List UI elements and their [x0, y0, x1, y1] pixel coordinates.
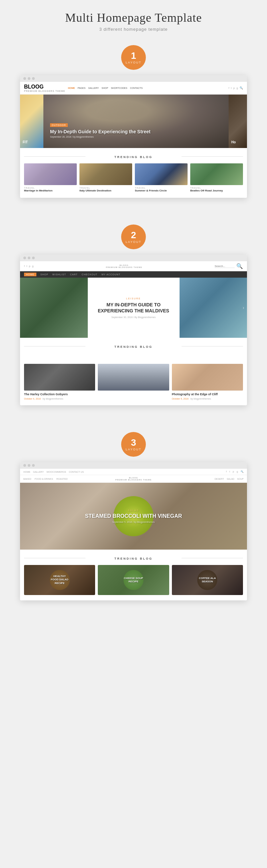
layout1-hero: OUTDOOR My In-Depth Guide to Experiencin…: [20, 95, 247, 148]
hero1-meta: September 28, 2016 / by blogpremthemes: [50, 136, 151, 138]
layout3-badge-text: LAYOUT: [126, 448, 141, 451]
nav2-g-icon[interactable]: g: [32, 265, 33, 268]
nav3-fb-icon[interactable]: f: [226, 470, 227, 473]
hero2-category: LEISURE: [126, 297, 141, 300]
trending1-header: TRENDING BLOG: [24, 153, 243, 159]
hero1-text: OUTDOOR My In-Depth Guide to Experiencin…: [50, 121, 151, 138]
trending1-cat-0: TRAVEL: [24, 187, 77, 189]
nav1-g-icon[interactable]: g: [237, 87, 238, 90]
trending1-cat-2: TRAVEL: [135, 187, 188, 189]
layout2-navbar-top: f t p g BLOOG PREMIUM BLOGGERS THEME 🔍: [20, 261, 247, 271]
nav3b-baked[interactable]: BAKED: [23, 478, 31, 480]
nav1-fb-icon[interactable]: f: [229, 87, 229, 90]
nav2b-myaccount[interactable]: MY ACCOUNT: [101, 273, 121, 276]
nav3b-soup[interactable]: SOUP: [237, 478, 244, 480]
nav3-gallery[interactable]: GALLERY: [33, 471, 44, 473]
nav2b-cart[interactable]: CART: [70, 273, 78, 276]
page-subtitle: 3 different homepage template: [7, 27, 260, 32]
dot3: [32, 77, 35, 80]
hero2-title: MY IN-DEPTH GUIDE TO EXPERIENCING THE MA…: [93, 302, 174, 314]
trending2-date-0[interactable]: October 4, 2016: [24, 398, 41, 400]
layout3-badge: 3 LAYOUT: [121, 432, 146, 457]
trending1-title-1: Italy Ultimate Destination: [79, 189, 132, 192]
trending1-item-0: TRAVEL Marriage in Meditarion: [24, 163, 77, 192]
layout1-browser: BLOOG PREMIUM BLOGGERS THEME HOME PAGES …: [20, 75, 247, 198]
nav3b-salad[interactable]: SALAD: [227, 478, 234, 480]
nav3-contact[interactable]: CONTACT US: [69, 471, 84, 473]
nav1-logo-text: BLOOG: [24, 84, 44, 90]
layout3-trending: TRENDING BLOG HEALTHYFOOD SALADRECIPE CH…: [20, 550, 247, 600]
nav2-pin-icon[interactable]: p: [29, 265, 30, 268]
dot7: [23, 464, 26, 467]
layout3-navbar-bottom: BAKED FOOD & DRINKS ROASTED BLOOG PREMIU…: [20, 475, 247, 483]
trending1-item-3: TRAVEL Beatles Off Road Journey: [190, 163, 243, 192]
layout3-hero: SALAD STEAMED BROCCOLI WITH VINEGAR Sept…: [20, 483, 247, 550]
nav3b-cats-left: BAKED FOOD & DRINKS ROASTED: [23, 478, 97, 480]
nav3-tw-icon[interactable]: t: [229, 470, 230, 473]
trending2-header: TRENDING BLOG: [24, 343, 243, 349]
nav1-gallery[interactable]: GALLERY: [88, 87, 99, 89]
nav3-home[interactable]: HOME: [23, 471, 30, 473]
nav1-pin-icon[interactable]: p: [233, 87, 235, 90]
nav1-tw-icon[interactable]: t: [231, 87, 232, 90]
trending3-img-2: COFFEE ALASEASON: [172, 565, 243, 595]
layout2-hero: LEISURE MY IN-DEPTH GUIDE TO EXPERIENCIN…: [20, 278, 247, 338]
trending2-date-2[interactable]: October 5, 2016: [172, 398, 189, 400]
trending3-header: TRENDING BLOG: [24, 555, 243, 561]
nav3-search-icon[interactable]: 🔍: [241, 470, 244, 473]
trending2-grid: The Harley Collection Gobyers October 4,…: [20, 359, 247, 405]
trending3-badge-text-2: COFFEE ALASEASON: [199, 577, 216, 584]
layout2-badge-text: LAYOUT: [126, 240, 141, 244]
nav3b-desert[interactable]: DESERT: [214, 478, 224, 480]
nav2-social-icons: f t p g: [24, 265, 33, 268]
trending1-item-1: TRAVEL Italy Ultimate Destination: [79, 163, 132, 192]
trending3-item-0: HEALTHYFOOD SALADRECIPE: [24, 565, 95, 595]
dot4: [23, 256, 26, 259]
trending3-grid: HEALTHYFOOD SALADRECIPE CHEESE SOUPRECIP…: [24, 565, 243, 595]
nav2-fb-icon[interactable]: f: [24, 265, 25, 268]
hero1-side-left: [20, 95, 43, 148]
layout2-navbar-bottom: HOME SHOP WISHLIST CART CHECKOUT MY ACCO…: [20, 271, 247, 278]
nav1-home[interactable]: HOME: [68, 87, 75, 89]
trending2-title-2: Photography at the Edge of Cliff: [172, 393, 243, 397]
nav3-g-icon[interactable]: g: [237, 470, 238, 473]
nav2b-wishlist[interactable]: WISHLIST: [53, 273, 66, 276]
nav2-tw-icon[interactable]: t: [26, 265, 27, 268]
trending2-meta-0: October 4, 2016 · by blogpremthemes: [24, 398, 95, 400]
trending3-item-2: COFFEE ALASEASON: [172, 565, 243, 595]
nav2b-shop[interactable]: SHOP: [40, 273, 48, 276]
trending1-img-0: [24, 163, 77, 185]
nav3-pin-icon[interactable]: p: [233, 470, 234, 473]
nav1-shop[interactable]: SHOP: [101, 87, 108, 89]
nav2-search-input[interactable]: [214, 265, 235, 268]
trending3-badge-text-0: HEALTHYFOOD SALADRECIPE: [51, 575, 68, 585]
nav2-search-icon[interactable]: 🔍: [236, 263, 243, 269]
layout3-section: 3 LAYOUT HOME GALLERY WOOCOMMERCE CONTAC…: [0, 422, 267, 607]
trending1-title-0: Marriage in Meditarion: [24, 189, 77, 192]
trending1-item-2: TRAVEL Summer & Friends Circle: [135, 163, 188, 192]
nav1-shortcodes[interactable]: SHORTCODES: [111, 87, 127, 89]
hero2-arrow-icon[interactable]: ›: [243, 305, 244, 311]
hero3-meta: September 5, 2016 / by Blogpremthemes: [85, 521, 182, 523]
hero3-category: SALAD: [85, 509, 182, 512]
layout1-section: 1 LAYOUT BLOOG PREMIUM BLOGGERS THEME HO…: [0, 35, 267, 205]
nav3-woo[interactable]: WOOCOMMERCE: [46, 471, 66, 473]
nav3b-logo-sub: PREMIUM BLOGGERS THEME: [97, 479, 170, 481]
browser-bar-2: [20, 255, 247, 261]
nav1-contacts[interactable]: CONTACTS: [130, 87, 142, 89]
nav2b-checkout[interactable]: CHECKOUT: [82, 273, 97, 276]
nav3b-food[interactable]: FOOD & DRINKS: [35, 478, 53, 480]
hero3-bg: SALAD STEAMED BROCCOLI WITH VINEGAR Sept…: [20, 483, 247, 550]
trending3-item-1: CHEESE SOUPRECIPE: [98, 565, 169, 595]
nav3-right-social: f t p g 🔍: [226, 470, 244, 473]
nav1-links[interactable]: HOME PAGES GALLERY SHOP SHORTCODES CONTA…: [68, 87, 143, 89]
hero2-center: LEISURE MY IN-DEPTH GUIDE TO EXPERIENCIN…: [88, 278, 179, 338]
nav2-logo-sub: PREMIUM BLOGGERS THEME: [106, 266, 142, 268]
nav1-logo: BLOOG PREMIUM BLOGGERS THEME: [24, 84, 65, 92]
nav3b-roasted[interactable]: ROASTED: [57, 478, 68, 480]
layout2-badge: 2 LAYOUT: [121, 224, 146, 249]
nav2-search[interactable]: 🔍: [214, 263, 243, 269]
nav2b-home[interactable]: HOME: [24, 273, 36, 276]
nav1-pages[interactable]: PAGES: [78, 87, 86, 89]
nav1-search-icon[interactable]: 🔍: [240, 87, 243, 90]
